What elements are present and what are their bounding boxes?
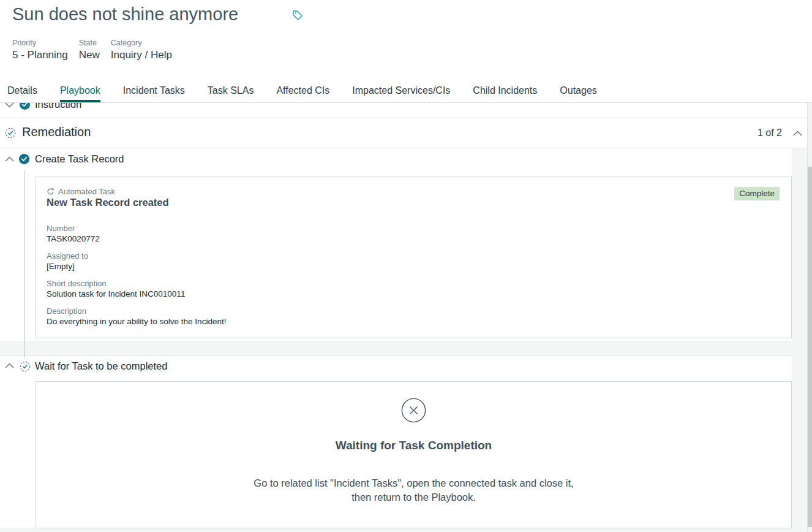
refresh-icon <box>47 188 55 196</box>
activity-wait-for-task: Wait for Task to be completed Waiting fo… <box>0 355 792 528</box>
chevron-down-icon[interactable] <box>5 103 14 108</box>
tab-impacted-services[interactable]: Impacted Services/CIs <box>352 80 450 102</box>
stage-counter: 1 of 2 <box>757 127 782 139</box>
field-value: Do everything in your ability to solve t… <box>47 316 226 327</box>
field-number: Number TASK0020772 <box>47 224 226 244</box>
task-record-card: Automated Task New Task Record created C… <box>36 177 792 338</box>
activity-title: Wait for Task to be completed <box>35 360 167 372</box>
vertical-scrollbar <box>807 103 812 532</box>
page-title: Sun does not shine anymore <box>12 4 238 25</box>
meta-value: Inquiry / Help <box>111 48 172 63</box>
check-circle-icon <box>19 154 29 164</box>
tab-task-slas[interactable]: Task SLAs <box>208 80 254 102</box>
check-circle-icon <box>20 103 30 110</box>
meta-state: State New <box>79 38 100 63</box>
dashed-check-circle-icon <box>20 361 31 372</box>
waiting-message-line2: then return to the Playbook. <box>36 490 791 504</box>
chevron-up-icon[interactable] <box>5 156 14 162</box>
waiting-card: Waiting for Task Completion Go to relate… <box>36 381 792 528</box>
tag-icon[interactable] <box>292 10 303 21</box>
meta-value: New <box>79 48 100 63</box>
incident-playbook-page: Sun does not shine anymore Priority 5 - … <box>0 0 812 532</box>
status-badge: Complete <box>734 187 780 200</box>
playbook-panel: Instruction Remediation 1 of 2 <box>0 103 812 532</box>
card-heading: New Task Record created <box>47 197 169 208</box>
timeline-connector <box>24 170 25 358</box>
section-instruction[interactable]: Instruction <box>0 103 807 118</box>
field-short-description: Short description Solution task for Inci… <box>47 279 226 299</box>
card-type-label: Automated Task <box>58 187 115 196</box>
tab-child-incidents[interactable]: Child Incidents <box>473 80 537 102</box>
meta-label: Priority <box>12 38 68 48</box>
task-fields: Number TASK0020772 Assigned to [Empty] S… <box>47 224 226 327</box>
dashed-check-circle-icon <box>5 127 16 139</box>
record-tabs: Details Playbook Incident Tasks Task SLA… <box>0 80 812 103</box>
field-label: Short description <box>47 279 226 289</box>
activity-create-task-record: Create Task Record Automated Task New Ta… <box>0 148 792 341</box>
activity-title: Create Task Record <box>35 153 124 165</box>
field-value: TASK0020772 <box>47 234 226 244</box>
record-meta: Priority 5 - Planning State New Category… <box>12 38 172 63</box>
field-value: [Empty] <box>47 261 226 272</box>
tab-affected-cis[interactable]: Affected CIs <box>276 80 329 102</box>
field-label: Description <box>47 306 226 316</box>
meta-category: Category Inquiry / Help <box>111 38 172 63</box>
meta-value: 5 - Planning <box>12 48 68 63</box>
chevron-up-icon[interactable] <box>5 363 14 368</box>
section-remediation: Remediation 1 of 2 <box>0 118 807 148</box>
tab-incident-tasks[interactable]: Incident Tasks <box>123 80 185 102</box>
meta-label: State <box>79 38 100 48</box>
section-title: Instruction <box>35 103 81 110</box>
tab-details[interactable]: Details <box>7 80 37 102</box>
waiting-heading: Waiting for Task Completion <box>36 439 791 452</box>
meta-label: Category <box>111 38 172 48</box>
field-label: Assigned to <box>47 251 226 261</box>
meta-priority: Priority 5 - Planning <box>12 38 68 63</box>
field-assigned-to: Assigned to [Empty] <box>47 251 226 272</box>
field-value: Solution task for Incident INC0010011 <box>47 289 226 299</box>
stage-title: Remediation <box>22 125 91 139</box>
x-circle-icon <box>401 398 426 423</box>
field-description: Description Do everything in your abilit… <box>47 306 226 327</box>
field-label: Number <box>47 224 226 234</box>
tab-outages[interactable]: Outages <box>560 80 596 102</box>
scrollbar-thumb[interactable] <box>808 167 812 527</box>
tab-playbook[interactable]: Playbook <box>60 80 100 102</box>
waiting-message-line1: Go to related list "Incident Tasks", ope… <box>36 476 791 490</box>
chevron-up-icon[interactable] <box>793 131 802 136</box>
